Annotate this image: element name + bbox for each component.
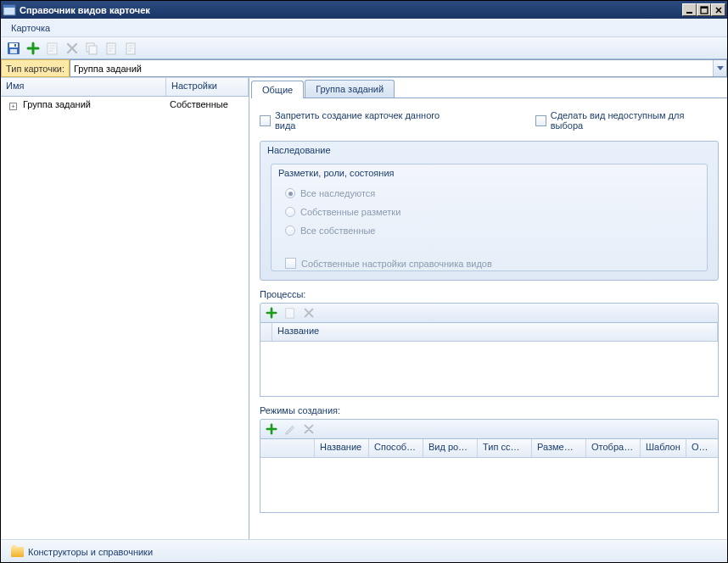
processes-label: Процессы: (260, 289, 719, 299)
processes-grid-body[interactable] (260, 342, 718, 396)
tree-panel: Имя Настройки + Группа заданий Собственн… (1, 78, 249, 539)
expander-icon[interactable]: + (9, 103, 17, 110)
tree-col-name[interactable]: Имя (1, 78, 166, 96)
mode-add-icon[interactable] (265, 422, 278, 436)
radio-icon (285, 226, 295, 236)
tab-content-general: Запретить создание карточек данного вида… (251, 98, 727, 539)
fieldset-inheritance-title: Наследование (260, 142, 718, 159)
svg-rect-2 (686, 12, 692, 14)
tree-body: + Группа заданий Собственные (1, 97, 249, 539)
checkbox-icon (260, 115, 271, 126)
radio-own-layouts-label: Собственные разметки (300, 207, 400, 217)
modes-col-display[interactable]: Отображ... (586, 439, 641, 457)
fieldset-inheritance: Наследование Разметки, роли, состояния В… (260, 141, 719, 281)
tree-row-settings: Собственные (166, 99, 249, 109)
svg-rect-14 (286, 309, 294, 318)
modes-col-method[interactable]: Способ с... (369, 439, 423, 457)
processes-toolbar (260, 303, 719, 323)
card-type-value: Группа заданий (74, 64, 142, 74)
grid-row-marker-col (260, 323, 272, 341)
modes-grid: Название Способ с... Вид роди... Тип ссы… (260, 439, 719, 513)
radio-icon (285, 188, 295, 198)
add-icon[interactable] (25, 41, 41, 56)
mode-edit-icon (283, 422, 297, 436)
maximize-button[interactable] (697, 3, 711, 16)
menu-bar: Карточка (1, 19, 727, 37)
checkbox-icon (285, 258, 296, 269)
svg-rect-6 (9, 43, 18, 47)
tree-row[interactable]: + Группа заданий Собственные (1, 97, 249, 112)
svg-rect-4 (701, 7, 708, 8)
status-constructors[interactable]: Конструкторы и справочники (6, 545, 158, 559)
radio-own-layouts: Собственные разметки (285, 207, 693, 217)
card-type-row: Тип карточки: Группа заданий (1, 59, 727, 78)
title-bar: Справочник видов карточек (1, 1, 727, 19)
sub-fieldset-title: Разметки, роли, состояния (272, 164, 707, 181)
radio-all-own: Все собственные (285, 226, 693, 236)
modes-label: Режимы создания: (260, 405, 719, 415)
modes-grid-header: Название Способ с... Вид роди... Тип ссы… (260, 439, 718, 458)
process-add-icon[interactable] (265, 306, 278, 320)
tabs: Общие Группа заданий (251, 80, 727, 98)
modes-col-operations[interactable]: Операци... (686, 439, 718, 457)
modes-col-template[interactable]: Шаблон (641, 439, 686, 457)
radio-all-own-label: Все собственные (300, 226, 375, 236)
window-buttons (682, 3, 725, 16)
svg-rect-7 (10, 49, 17, 53)
close-button[interactable] (711, 3, 725, 16)
app-icon (3, 4, 16, 16)
tree-row-name: Группа заданий (23, 99, 91, 109)
modes-toolbar (260, 419, 719, 439)
sub-fieldset-layouts: Разметки, роли, состояния Все наследуютс… (271, 164, 708, 271)
check-make-unavailable[interactable]: Сделать вид недоступным для выбора (535, 110, 719, 131)
status-constructors-label: Конструкторы и справочники (28, 547, 153, 557)
modes-col-parent-kind[interactable]: Вид роди... (423, 439, 478, 457)
menu-card[interactable]: Карточка (6, 21, 55, 35)
doc1-icon (104, 41, 119, 56)
details-panel: Общие Группа заданий Запретить создание … (249, 78, 727, 539)
mode-delete-icon (302, 422, 316, 436)
radio-all-inherited: Все наследуются (285, 188, 693, 198)
copy-icon (84, 41, 99, 56)
edit-icon (45, 41, 60, 56)
tree-header: Имя Настройки (1, 78, 249, 97)
main-toolbar (1, 37, 727, 59)
delete-icon (64, 41, 80, 56)
check-own-settings-label: Собственные настройки справочника видов (301, 259, 492, 269)
svg-rect-1 (3, 5, 15, 8)
radio-all-inherited-label: Все наследуются (300, 188, 375, 198)
tree-col-settings[interactable]: Настройки (166, 78, 249, 96)
dropdown-icon[interactable] (713, 60, 726, 76)
modes-grid-body[interactable] (260, 458, 718, 512)
status-bar: Конструкторы и справочники (1, 540, 727, 562)
tab-group[interactable]: Группа заданий (305, 80, 395, 98)
radio-icon (285, 207, 295, 217)
modes-col-name[interactable]: Название (315, 439, 369, 457)
modes-col-placement[interactable]: Размеще... (532, 439, 586, 457)
process-edit-icon (283, 306, 297, 320)
minimize-button[interactable] (682, 3, 697, 16)
process-delete-icon (302, 306, 316, 320)
check-forbid-label: Запретить создание карточек данного вида (275, 110, 462, 131)
processes-col-name[interactable]: Название (272, 323, 718, 341)
main-content: Имя Настройки + Группа заданий Собственн… (1, 78, 727, 540)
svg-rect-8 (14, 44, 16, 47)
check-unavailable-label: Сделать вид недоступным для выбора (551, 110, 719, 131)
checkbox-icon (535, 115, 546, 126)
folder-icon (11, 547, 24, 557)
window-title: Справочник видов карточек (20, 5, 682, 15)
check-forbid-creation[interactable]: Запретить создание карточек данного вида (260, 110, 462, 131)
save-icon[interactable] (6, 41, 21, 56)
tab-general[interactable]: Общие (251, 81, 304, 98)
grid-row-marker-col (260, 439, 315, 457)
processes-grid-header: Название (260, 323, 718, 342)
modes-col-link-type[interactable]: Тип ссылки (478, 439, 532, 457)
card-type-select[interactable]: Группа заданий (70, 59, 727, 77)
processes-grid: Название (260, 323, 719, 397)
card-type-label: Тип карточки: (1, 59, 70, 77)
svg-rect-11 (89, 46, 97, 54)
check-own-settings: Собственные настройки справочника видов (272, 254, 707, 270)
doc2-icon (123, 41, 138, 56)
checks-row: Запретить создание карточек данного вида… (260, 110, 719, 131)
